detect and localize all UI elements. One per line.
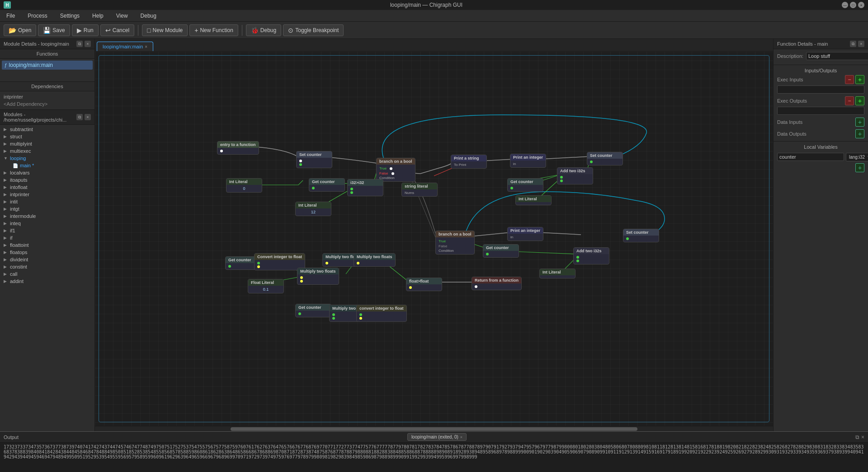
- function-item[interactable]: ƒ looping/main:main: [2, 61, 93, 70]
- module-looping-main[interactable]: 📄 main *: [0, 162, 94, 169]
- var-add-button[interactable]: +: [855, 163, 864, 172]
- menu-settings[interactable]: Settings: [57, 12, 82, 20]
- var-name-input[interactable]: [777, 153, 844, 161]
- module-intofloat[interactable]: ▶intofloat: [0, 184, 94, 191]
- exec-inputs-remove[interactable]: −: [845, 75, 854, 84]
- right-panel-float[interactable]: ⧉: [850, 41, 856, 47]
- node-set-counter-2[interactable]: Set counter: [587, 152, 623, 165]
- out3-dot: [486, 253, 489, 255]
- module-itoaputs[interactable]: ▶itoaputs: [0, 176, 94, 184]
- menu-process[interactable]: Process: [25, 12, 50, 20]
- module-inteq[interactable]: ▶inteq: [0, 220, 94, 227]
- save-button[interactable]: 💾 Save: [38, 24, 70, 36]
- node-get-counter-5[interactable]: Get counter: [295, 304, 331, 317]
- node-branch-2[interactable]: branch on a bool True False Condition: [435, 231, 475, 255]
- canvas-scrollbar[interactable]: [95, 426, 773, 431]
- module-intit[interactable]: ▶intit: [0, 198, 94, 205]
- right-panel-close[interactable]: ×: [858, 41, 864, 47]
- module-struct[interactable]: ▶struct: [0, 133, 94, 140]
- output-close-button[interactable]: ×: [861, 434, 864, 440]
- node-int-lit-1[interactable]: Int Literal 0: [226, 178, 262, 193]
- output-float-button[interactable]: ⧉: [855, 434, 859, 440]
- node-entry[interactable]: entry to a function: [217, 141, 259, 155]
- var-type-select[interactable]: lang:i32: [846, 153, 868, 161]
- data-outputs-add[interactable]: +: [855, 129, 864, 138]
- node-multiply-float-3[interactable]: Multiply two floats: [354, 253, 396, 267]
- dep-add[interactable]: <Add Dependency>: [2, 100, 93, 108]
- node-get-counter-2[interactable]: Get counter: [507, 178, 543, 192]
- node-i32-cmp[interactable]: i32>i32: [347, 179, 383, 196]
- node-get-counter-1[interactable]: Get counter: [309, 178, 345, 192]
- node-add-i32-1[interactable]: Add two i32s: [557, 167, 593, 184]
- modules-close-button[interactable]: ×: [85, 114, 91, 120]
- node-set-counter-3[interactable]: Set counter: [623, 229, 659, 242]
- module-divideint[interactable]: ▶divideint: [0, 256, 94, 263]
- window-controls[interactable]: — □ ×: [842, 2, 864, 8]
- exec-input-field[interactable]: [777, 85, 864, 94]
- tab-main[interactable]: looping/main:main ×: [97, 42, 153, 51]
- data-inputs-add[interactable]: +: [855, 118, 864, 127]
- canvas-area[interactable]: entry to a function Set counter Int Lite…: [95, 52, 773, 426]
- module-looping[interactable]: ▼looping: [0, 155, 94, 162]
- module-addint[interactable]: ▶addint: [0, 278, 94, 285]
- module-localvars[interactable]: ▶localvars: [0, 169, 94, 176]
- module-intermodule[interactable]: ▶intermodule: [0, 212, 94, 220]
- node-multiply-float-1[interactable]: Multiply two floats: [297, 268, 339, 285]
- node-print-int-header-2: Print an integer: [508, 227, 543, 234]
- scrollbar-thumb[interactable]: [231, 427, 637, 431]
- node-int-lit-2[interactable]: Int Literal 12: [295, 202, 331, 216]
- toggle-breakpoint-button[interactable]: ⊙ Toggle Breakpoint: [283, 24, 344, 36]
- menu-debug[interactable]: Debug: [138, 12, 159, 20]
- node-float-cmp[interactable]: float>float: [406, 278, 442, 291]
- exec-inputs-add[interactable]: +: [855, 75, 864, 84]
- panel-close-button[interactable]: ×: [85, 41, 91, 47]
- module-if[interactable]: ▶if: [0, 234, 94, 241]
- node-branch-1[interactable]: branch on a bool True False Condition: [376, 158, 415, 182]
- new-function-button[interactable]: + New Function: [189, 24, 238, 36]
- module-intprinter[interactable]: ▶intprinter: [0, 191, 94, 198]
- exec-output-field[interactable]: [777, 107, 864, 115]
- node-return[interactable]: Return from a function: [472, 277, 522, 290]
- maximize-button[interactable]: □: [850, 2, 856, 8]
- minimize-button[interactable]: —: [842, 2, 848, 8]
- open-button[interactable]: 📂 Open: [4, 24, 36, 36]
- node-print-int-1[interactable]: Print an integer in: [510, 154, 546, 168]
- menu-help[interactable]: Help: [90, 12, 106, 20]
- exec-outputs-remove[interactable]: −: [845, 96, 854, 105]
- module-call[interactable]: ▶call: [0, 270, 94, 278]
- run-button[interactable]: ▶ Run: [72, 24, 99, 36]
- node-float-lit[interactable]: Float Literal 0.1: [248, 279, 284, 293]
- modules-float-button[interactable]: ⧉: [76, 114, 83, 120]
- node-get-header-5: Get counter: [296, 304, 331, 311]
- debug-button[interactable]: 🐞 Debug: [246, 24, 281, 36]
- node-set-counter-1[interactable]: Set counter: [296, 151, 332, 168]
- module-intgt[interactable]: ▶intgt: [0, 205, 94, 212]
- cancel-button[interactable]: ↩ Cancel: [100, 24, 134, 36]
- node-string-lit[interactable]: string literal Nums: [401, 183, 438, 197]
- exec-outputs-add[interactable]: +: [855, 96, 864, 105]
- node-print-int-2[interactable]: Print an integer in: [507, 227, 543, 241]
- close-button[interactable]: ×: [858, 2, 864, 8]
- description-input[interactable]: [806, 52, 868, 60]
- new-module-button[interactable]: □ New Module: [142, 24, 188, 36]
- module-subtractint[interactable]: ▶subtractint: [0, 126, 94, 133]
- module-floatops[interactable]: ▶floatops: [0, 249, 94, 256]
- output-tab-close[interactable]: ×: [460, 435, 462, 439]
- output-tab[interactable]: looping/main (exited, 0) ×: [407, 433, 467, 441]
- module-constint[interactable]: ▶constint: [0, 263, 94, 270]
- module-multiexec[interactable]: ▶multiexec: [0, 147, 94, 155]
- port-fa: [409, 286, 439, 289]
- menu-view[interactable]: View: [113, 12, 131, 20]
- node-add-i32-2[interactable]: Add two i32s: [573, 247, 609, 264]
- module-if1[interactable]: ▶if1: [0, 227, 94, 234]
- tab-close[interactable]: ×: [145, 44, 147, 49]
- node-convert-int-float-2[interactable]: convert integer to float: [356, 305, 407, 322]
- node-int-lit-4[interactable]: Int Literal: [539, 269, 576, 278]
- node-print-string[interactable]: Print a string To Print: [451, 155, 487, 169]
- module-floattoint[interactable]: ▶floattoint: [0, 241, 94, 249]
- menu-file[interactable]: File: [4, 12, 18, 20]
- panel-float-button[interactable]: ⧉: [76, 41, 83, 47]
- node-int-lit-3[interactable]: Int Literal: [515, 195, 552, 205]
- node-get-counter-3[interactable]: Get counter: [483, 244, 519, 258]
- module-multiplyint[interactable]: ▶multiplyint: [0, 140, 94, 147]
